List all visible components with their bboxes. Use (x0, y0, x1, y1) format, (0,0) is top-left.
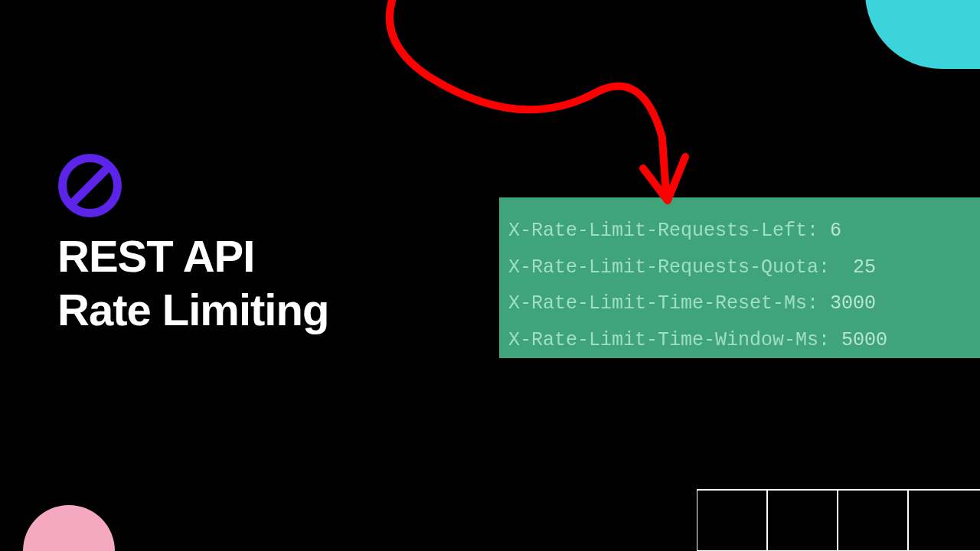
header-name: X-Rate-Limit-Time-Reset-Ms: (508, 292, 818, 315)
header-row: X-Rate-Limit-Time-Reset-Ms: 3000 (508, 285, 971, 322)
header-row: X-Rate-Limit-Requests-Quota: 25 (508, 249, 971, 286)
title-line-1: REST API (57, 230, 328, 283)
header-value: 6 (830, 220, 841, 242)
arrow-icon (383, 0, 704, 214)
header-value: 3000 (830, 292, 876, 315)
header-value: 5000 (841, 329, 887, 351)
header-row: X-Rate-Limit-Time-Window-Ms: 5000 (508, 322, 971, 359)
cyan-quarter-circle (865, 0, 980, 69)
pink-circle (23, 505, 115, 551)
svg-line-1 (71, 167, 109, 204)
header-name: X-Rate-Limit-Requests-Left: (508, 220, 818, 242)
header-name: X-Rate-Limit-Requests-Quota: (508, 256, 830, 279)
grid-decoration (697, 474, 980, 551)
page-title: REST API Rate Limiting (57, 230, 328, 336)
header-name: X-Rate-Limit-Time-Window-Ms: (508, 329, 830, 351)
prohibition-icon (57, 153, 122, 221)
header-row: X-Rate-Limit-Requests-Left: 6 (508, 213, 971, 249)
http-headers-box: X-Rate-Limit-Requests-Left: 6 X-Rate-Lim… (499, 197, 980, 358)
title-line-2: Rate Limiting (57, 283, 328, 337)
header-value: 25 (853, 256, 876, 279)
